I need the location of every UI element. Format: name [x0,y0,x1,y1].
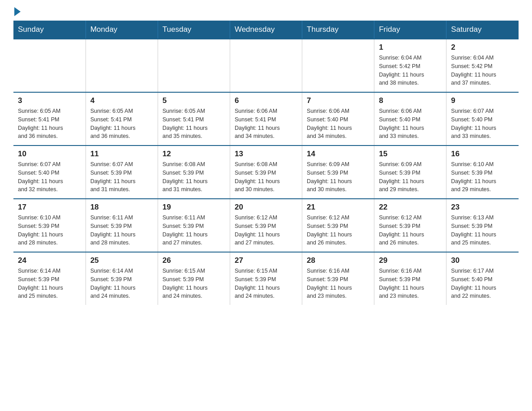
calendar-cell: 9Sunrise: 6:07 AMSunset: 5:40 PMDaylight… [446,92,519,146]
day-number: 23 [451,203,514,212]
weekday-header-friday: Friday [374,21,446,39]
day-number: 5 [163,96,225,105]
day-info: Sunrise: 6:06 AMSunset: 5:40 PMDaylight:… [307,107,369,141]
day-info: Sunrise: 6:12 AMSunset: 5:39 PMDaylight:… [307,214,369,247]
day-number: 7 [307,96,369,105]
day-number: 28 [307,256,369,265]
calendar-cell [13,39,86,92]
calendar-cell: 13Sunrise: 6:08 AMSunset: 5:39 PMDayligh… [230,146,302,199]
weekday-row: SundayMondayTuesdayWednesdayThursdayFrid… [13,21,519,39]
calendar-cell: 15Sunrise: 6:09 AMSunset: 5:39 PMDayligh… [374,146,446,199]
weekday-header-wednesday: Wednesday [230,21,302,39]
weekday-header-sunday: Sunday [13,21,86,39]
calendar-cell: 11Sunrise: 6:07 AMSunset: 5:39 PMDayligh… [86,146,158,199]
calendar-cell: 30Sunrise: 6:17 AMSunset: 5:40 PMDayligh… [446,252,519,305]
day-number: 12 [163,150,225,158]
calendar-cell: 22Sunrise: 6:12 AMSunset: 5:39 PMDayligh… [374,199,446,252]
calendar-header: SundayMondayTuesdayWednesdayThursdayFrid… [13,21,519,39]
day-info: Sunrise: 6:14 AMSunset: 5:39 PMDaylight:… [90,267,153,300]
calendar-week-4: 17Sunrise: 6:10 AMSunset: 5:39 PMDayligh… [13,199,519,252]
day-number: 24 [18,256,81,265]
calendar-cell: 28Sunrise: 6:16 AMSunset: 5:39 PMDayligh… [302,252,374,305]
calendar-cell: 21Sunrise: 6:12 AMSunset: 5:39 PMDayligh… [302,199,374,252]
calendar-cell: 14Sunrise: 6:09 AMSunset: 5:39 PMDayligh… [302,146,374,199]
calendar-cell [86,39,158,92]
day-info: Sunrise: 6:07 AMSunset: 5:39 PMDaylight:… [90,160,153,194]
day-number: 25 [90,256,153,265]
day-number: 9 [451,96,514,105]
day-info: Sunrise: 6:14 AMSunset: 5:39 PMDaylight:… [18,267,81,300]
day-number: 10 [18,150,81,158]
calendar-table: SundayMondayTuesdayWednesdayThursdayFrid… [13,21,519,305]
calendar-cell: 8Sunrise: 6:06 AMSunset: 5:40 PMDaylight… [374,92,446,146]
day-info: Sunrise: 6:06 AMSunset: 5:40 PMDaylight:… [379,107,442,141]
day-info: Sunrise: 6:13 AMSunset: 5:39 PMDaylight:… [451,214,514,247]
day-info: Sunrise: 6:16 AMSunset: 5:39 PMDaylight:… [307,267,369,300]
weekday-header-thursday: Thursday [302,21,374,39]
calendar-cell: 4Sunrise: 6:05 AMSunset: 5:41 PMDaylight… [86,92,158,146]
day-number: 18 [90,203,153,212]
day-info: Sunrise: 6:05 AMSunset: 5:41 PMDaylight:… [163,107,225,141]
calendar-cell: 29Sunrise: 6:16 AMSunset: 5:39 PMDayligh… [374,252,446,305]
day-number: 19 [163,203,225,212]
day-number: 3 [18,96,81,105]
day-number: 6 [235,96,297,105]
calendar-cell: 12Sunrise: 6:08 AMSunset: 5:39 PMDayligh… [158,146,230,199]
page-header [13,9,519,16]
day-info: Sunrise: 6:11 AMSunset: 5:39 PMDaylight:… [90,214,153,247]
day-number: 21 [307,203,369,212]
calendar-cell: 19Sunrise: 6:11 AMSunset: 5:39 PMDayligh… [158,199,230,252]
weekday-header-tuesday: Tuesday [158,21,230,39]
calendar-cell [230,39,302,92]
day-number: 2 [451,43,514,52]
calendar-cell: 10Sunrise: 6:07 AMSunset: 5:40 PMDayligh… [13,146,86,199]
day-info: Sunrise: 6:15 AMSunset: 5:39 PMDaylight:… [235,267,297,300]
day-number: 8 [379,96,442,105]
day-number: 20 [235,203,297,212]
day-number: 14 [307,150,369,158]
day-info: Sunrise: 6:12 AMSunset: 5:39 PMDaylight:… [235,214,297,247]
day-info: Sunrise: 6:07 AMSunset: 5:40 PMDaylight:… [451,107,514,141]
calendar-week-1: 1Sunrise: 6:04 AMSunset: 5:42 PMDaylight… [13,39,519,92]
day-info: Sunrise: 6:08 AMSunset: 5:39 PMDaylight:… [235,160,297,194]
calendar-cell: 27Sunrise: 6:15 AMSunset: 5:39 PMDayligh… [230,252,302,305]
day-info: Sunrise: 6:10 AMSunset: 5:39 PMDaylight:… [451,160,514,194]
day-number: 29 [379,256,442,265]
calendar-cell [158,39,230,92]
day-number: 30 [451,256,514,265]
calendar-cell: 5Sunrise: 6:05 AMSunset: 5:41 PMDaylight… [158,92,230,146]
day-info: Sunrise: 6:04 AMSunset: 5:42 PMDaylight:… [379,54,442,87]
calendar-week-5: 24Sunrise: 6:14 AMSunset: 5:39 PMDayligh… [13,252,519,305]
day-info: Sunrise: 6:16 AMSunset: 5:39 PMDaylight:… [379,267,442,300]
calendar-cell: 20Sunrise: 6:12 AMSunset: 5:39 PMDayligh… [230,199,302,252]
calendar-cell: 23Sunrise: 6:13 AMSunset: 5:39 PMDayligh… [446,199,519,252]
day-info: Sunrise: 6:09 AMSunset: 5:39 PMDaylight:… [307,160,369,194]
weekday-header-monday: Monday [86,21,158,39]
day-number: 4 [90,96,153,105]
calendar-week-2: 3Sunrise: 6:05 AMSunset: 5:41 PMDaylight… [13,92,519,146]
day-info: Sunrise: 6:11 AMSunset: 5:39 PMDaylight:… [163,214,225,247]
logo [13,9,21,16]
calendar-cell [302,39,374,92]
day-number: 22 [379,203,442,212]
day-info: Sunrise: 6:04 AMSunset: 5:42 PMDaylight:… [451,54,514,87]
day-number: 27 [235,256,297,265]
day-info: Sunrise: 6:05 AMSunset: 5:41 PMDaylight:… [18,107,81,141]
calendar-cell: 17Sunrise: 6:10 AMSunset: 5:39 PMDayligh… [13,199,86,252]
day-number: 26 [163,256,225,265]
weekday-header-saturday: Saturday [446,21,519,39]
calendar-cell: 18Sunrise: 6:11 AMSunset: 5:39 PMDayligh… [86,199,158,252]
calendar-week-3: 10Sunrise: 6:07 AMSunset: 5:40 PMDayligh… [13,146,519,199]
calendar-cell: 16Sunrise: 6:10 AMSunset: 5:39 PMDayligh… [446,146,519,199]
day-number: 16 [451,150,514,158]
day-info: Sunrise: 6:05 AMSunset: 5:41 PMDaylight:… [90,107,153,141]
calendar-cell: 1Sunrise: 6:04 AMSunset: 5:42 PMDaylight… [374,39,446,92]
day-number: 15 [379,150,442,158]
day-number: 11 [90,150,153,158]
calendar-cell: 3Sunrise: 6:05 AMSunset: 5:41 PMDaylight… [13,92,86,146]
calendar-cell: 6Sunrise: 6:06 AMSunset: 5:41 PMDaylight… [230,92,302,146]
day-info: Sunrise: 6:10 AMSunset: 5:39 PMDaylight:… [18,214,81,247]
day-info: Sunrise: 6:06 AMSunset: 5:41 PMDaylight:… [235,107,297,141]
calendar-cell: 2Sunrise: 6:04 AMSunset: 5:42 PMDaylight… [446,39,519,92]
calendar-cell: 7Sunrise: 6:06 AMSunset: 5:40 PMDaylight… [302,92,374,146]
